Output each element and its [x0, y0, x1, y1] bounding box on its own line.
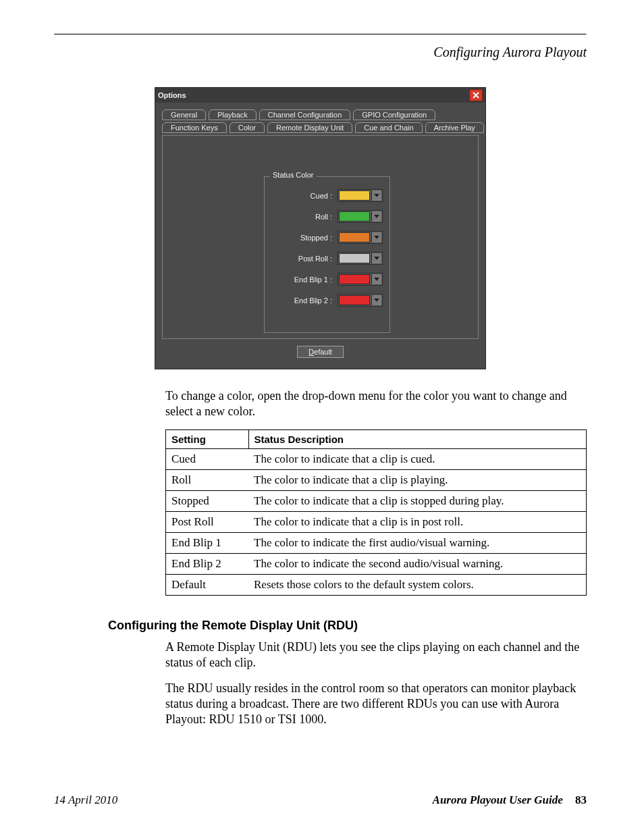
options-dialog: Options General Playback Channel Configu… — [155, 87, 486, 369]
table-row: StoppedThe color to indicate that a clip… — [166, 490, 587, 511]
default-button[interactable]: Default — [297, 346, 344, 358]
chevron-down-icon — [371, 232, 381, 242]
swatch-stopped — [339, 232, 370, 242]
swatch-cued — [339, 190, 370, 201]
panel-area: Status Color Cued : Roll : — [162, 135, 479, 339]
tab-color[interactable]: Color — [230, 122, 265, 133]
table-row: CuedThe color to indicate that a clip is… — [166, 448, 587, 469]
page-footer: 14 April 2010 Aurora Playout User Guide … — [54, 793, 587, 807]
table-row: End Blip 2The color to indicate the seco… — [166, 553, 587, 574]
group-title: Status Color — [270, 171, 317, 179]
label-stopped: Stopped : — [288, 234, 332, 242]
color-picker-roll[interactable] — [338, 210, 383, 223]
table-row: End Blip 1The color to indicate the firs… — [166, 532, 587, 553]
color-picker-stopped[interactable] — [338, 231, 383, 244]
swatch-roll — [339, 211, 370, 221]
default-button-rest: efault — [314, 348, 332, 356]
color-picker-post-roll[interactable] — [338, 252, 383, 265]
footer-page-number: 83 — [575, 793, 587, 806]
swatch-post-roll — [339, 253, 370, 263]
tab-playback[interactable]: Playback — [209, 109, 257, 120]
tab-channel-configuration[interactable]: Channel Configuration — [259, 109, 350, 120]
color-picker-cued[interactable] — [338, 189, 383, 202]
label-cued: Cued : — [288, 192, 332, 200]
section-heading: Configuring the Remote Display Unit (RDU… — [108, 619, 587, 633]
status-color-group: Status Color Cued : Roll : — [264, 176, 390, 333]
tab-cue-and-chain[interactable]: Cue and Chain — [355, 122, 422, 133]
color-picker-end-blip-1[interactable] — [338, 273, 383, 286]
chevron-down-icon — [371, 211, 381, 221]
th-status-description: Status Description — [248, 429, 587, 448]
label-end-blip-1: End Blip 1 : — [288, 276, 332, 284]
table-row: RollThe color to indicate that a clip is… — [166, 469, 587, 490]
rdu-para-1: A Remote Display Unit (RDU) lets you see… — [165, 640, 587, 671]
chevron-down-icon — [371, 274, 381, 284]
table-row: DefaultResets those colors to the defaul… — [166, 574, 587, 595]
tab-row-1: General Playback Channel Configuration G… — [162, 109, 479, 120]
row-post-roll: Post Roll : — [265, 248, 390, 269]
footer-guide: Aurora Playout User Guide — [433, 793, 563, 806]
tab-row-2: Function Keys Color Remote Display Unit … — [162, 122, 479, 133]
row-end-blip-1: End Blip 1 : — [265, 269, 390, 290]
tab-remote-display-unit[interactable]: Remote Display Unit — [267, 122, 352, 133]
tab-archive-play[interactable]: Archive Play — [425, 122, 484, 133]
rdu-para-2: The RDU usually resides in the control r… — [165, 681, 587, 728]
settings-table: Setting Status Description CuedThe color… — [165, 429, 587, 596]
color-picker-end-blip-2[interactable] — [338, 294, 383, 307]
close-icon[interactable] — [469, 89, 483, 101]
footer-date: 14 April 2010 — [54, 793, 117, 807]
chevron-down-icon — [371, 295, 381, 305]
chevron-down-icon — [371, 190, 381, 201]
label-roll: Roll : — [288, 213, 332, 221]
swatch-end-blip-1 — [339, 274, 370, 284]
row-roll: Roll : — [265, 206, 390, 227]
top-rule — [54, 34, 587, 35]
row-cued: Cued : — [265, 185, 390, 206]
label-end-blip-2: End Blip 2 : — [288, 296, 332, 305]
running-head: Configuring Aurora Playout — [54, 45, 587, 60]
table-row: Post RollThe color to indicate that a cl… — [166, 511, 587, 532]
tab-general[interactable]: General — [162, 109, 206, 120]
row-end-blip-2: End Blip 2 : — [265, 290, 390, 311]
chevron-down-icon — [371, 253, 381, 263]
row-stopped: Stopped : — [265, 227, 390, 248]
dialog-titlebar: Options — [155, 88, 485, 103]
label-post-roll: Post Roll : — [288, 255, 332, 263]
tab-function-keys[interactable]: Function Keys — [162, 122, 227, 133]
dialog-title: Options — [158, 91, 186, 99]
tab-gpio-configuration[interactable]: GPIO Configuration — [353, 109, 435, 120]
th-setting: Setting — [166, 429, 249, 448]
intro-paragraph: To change a color, open the drop-down me… — [165, 388, 587, 420]
swatch-end-blip-2 — [339, 295, 370, 305]
